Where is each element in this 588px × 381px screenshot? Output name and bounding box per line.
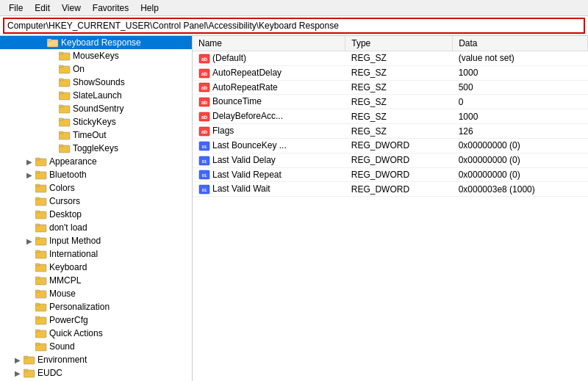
tree-item-environment[interactable]: ▶ Environment bbox=[0, 353, 192, 366]
tree-label-quickactions: Quick Actions bbox=[49, 328, 103, 338]
reg-data: 1000 bbox=[453, 65, 588, 80]
svg-rect-25 bbox=[35, 197, 40, 200]
tree-item-bluetooth[interactable]: ▶ Bluetooth bbox=[0, 168, 192, 181]
tree-label-colors: Colors bbox=[49, 183, 75, 193]
reg-type: REG_DWORD bbox=[345, 153, 453, 167]
tree-item-mmcpl[interactable]: MMCPL bbox=[0, 274, 192, 287]
registry-row[interactable]: 01 Last Valid RepeatREG_DWORD0x00000000 … bbox=[193, 167, 588, 182]
addressbar[interactable]: Computer\HKEY_CURRENT_USER\Control Panel… bbox=[3, 18, 585, 34]
addressbar-path: Computer\HKEY_CURRENT_USER\Control Panel… bbox=[7, 21, 581, 31]
tree-item-showsounds[interactable]: ShowSounds bbox=[0, 76, 192, 89]
col-name[interactable]: Name bbox=[193, 36, 345, 51]
svg-text:ab: ab bbox=[201, 85, 207, 90]
registry-row[interactable]: ab (Default)REG_SZ(value not set) bbox=[193, 51, 588, 66]
tree-label-desktop: Desktop bbox=[49, 209, 82, 219]
svg-text:ab: ab bbox=[201, 57, 207, 62]
tree-item-keyboard-response[interactable]: Keyboard Response bbox=[0, 36, 192, 49]
svg-rect-23 bbox=[35, 184, 40, 186]
tree-item-appearance[interactable]: ▶ Appearance bbox=[0, 155, 192, 168]
menu-help[interactable]: Help bbox=[135, 1, 165, 15]
svg-rect-5 bbox=[59, 65, 63, 68]
tree-item-desktop[interactable]: Desktop bbox=[0, 208, 192, 221]
tree-item-inputmethod[interactable]: ▶ Input Method bbox=[0, 234, 192, 247]
tree-item-keyboard[interactable]: Keyboard bbox=[0, 261, 192, 274]
svg-rect-51 bbox=[24, 369, 28, 371]
expand-arrow-inputmethod[interactable]: ▶ bbox=[24, 237, 35, 245]
tree-item-powercfg[interactable]: PowerCfg bbox=[0, 313, 192, 327]
tree-label-sound: Sound bbox=[49, 341, 75, 352]
registry-row[interactable]: ab AutoRepeatDelayREG_SZ1000 bbox=[193, 65, 588, 80]
reg-data: 0x000003e8 (1000) bbox=[453, 182, 588, 197]
reg-type: REG_SZ bbox=[345, 65, 453, 80]
tree-item-quickactions[interactable]: Quick Actions bbox=[0, 327, 192, 340]
registry-row[interactable]: 01 Last BounceKey ...REG_DWORD0x00000000… bbox=[193, 138, 588, 153]
tree-label-powercfg: PowerCfg bbox=[49, 315, 88, 325]
tree-label-mmcpl: MMCPL bbox=[49, 275, 81, 286]
reg-icon: 01 bbox=[198, 170, 210, 180]
folder-icon-eudc bbox=[24, 368, 35, 378]
reg-name: ab AutoRepeatRate bbox=[193, 80, 345, 95]
col-data[interactable]: Data bbox=[453, 36, 588, 51]
folder-icon-keyboard-response bbox=[47, 37, 59, 48]
registry-panel[interactable]: Name Type Data ab (Default)REG_SZ(value … bbox=[193, 36, 588, 381]
registry-header-row: Name Type Data bbox=[193, 36, 588, 51]
menu-edit[interactable]: Edit bbox=[29, 1, 56, 15]
menu-favorites[interactable]: Favorites bbox=[87, 1, 135, 15]
svg-rect-37 bbox=[35, 277, 40, 279]
tree-item-stickykeys[interactable]: StickyKeys bbox=[0, 115, 192, 128]
tree-label-bluetooth: Bluetooth bbox=[49, 170, 87, 180]
tree-item-colors[interactable]: Colors bbox=[0, 181, 192, 195]
svg-rect-27 bbox=[35, 211, 40, 213]
reg-icon: ab bbox=[198, 82, 210, 92]
tree-item-timeout[interactable]: TimeOut bbox=[0, 128, 192, 142]
menu-file[interactable]: File bbox=[3, 1, 29, 15]
folder-icon-mousekeys bbox=[59, 51, 71, 61]
tree-item-mousekeys[interactable]: MouseKeys bbox=[0, 49, 192, 62]
tree-item-sound[interactable]: Sound bbox=[0, 340, 192, 353]
expand-arrow-eudc[interactable]: ▶ bbox=[12, 369, 24, 377]
svg-rect-41 bbox=[35, 303, 40, 305]
tree-label-personalization: Personalization bbox=[49, 302, 110, 312]
tree-item-eudc[interactable]: ▶ EUDC bbox=[0, 366, 192, 380]
registry-row[interactable]: 01 Last Valid DelayREG_DWORD0x00000000 (… bbox=[193, 153, 588, 167]
tree-item-soundsentry[interactable]: SoundSentry bbox=[0, 102, 192, 115]
svg-text:01: 01 bbox=[202, 145, 207, 149]
col-type[interactable]: Type bbox=[345, 36, 453, 51]
tree-item-mouse[interactable]: Mouse bbox=[0, 287, 192, 300]
tree-item-cursors[interactable]: Cursors bbox=[0, 195, 192, 208]
svg-text:01: 01 bbox=[202, 173, 207, 178]
reg-data: 0x00000000 (0) bbox=[453, 138, 588, 153]
registry-row[interactable]: ab AutoRepeatRateREG_SZ500 bbox=[193, 80, 588, 95]
tree-item-international[interactable]: International bbox=[0, 247, 192, 261]
folder-icon-timeout bbox=[59, 130, 71, 140]
expand-arrow-bluetooth[interactable]: ▶ bbox=[24, 171, 35, 179]
registry-row[interactable]: ab BounceTimeREG_SZ0 bbox=[193, 95, 588, 109]
registry-row[interactable]: ab FlagsREG_SZ126 bbox=[193, 124, 588, 139]
tree-item-personalization[interactable]: Personalization bbox=[0, 300, 192, 313]
svg-rect-19 bbox=[35, 158, 40, 160]
expand-arrow-appearance[interactable]: ▶ bbox=[24, 158, 35, 166]
tree-label-environment: Environment bbox=[37, 355, 87, 365]
reg-type: REG_DWORD bbox=[345, 138, 453, 153]
svg-text:ab: ab bbox=[201, 129, 207, 134]
tree-item-togglekeys[interactable]: ToggleKeys bbox=[0, 142, 192, 155]
reg-type: REG_SZ bbox=[345, 109, 453, 124]
svg-rect-35 bbox=[35, 264, 40, 266]
tree-item-dontload[interactable]: don't load bbox=[0, 221, 192, 234]
reg-data: 1000 bbox=[453, 109, 588, 124]
folder-icon-desktop bbox=[35, 209, 47, 219]
folder-icon-appearance bbox=[35, 156, 47, 167]
tree-panel[interactable]: Keyboard Response MouseKeys On ShowSound… bbox=[0, 36, 193, 381]
registry-row[interactable]: ab DelayBeforeAcc...REG_SZ1000 bbox=[193, 109, 588, 124]
registry-row[interactable]: 01 Last Valid WaitREG_DWORD0x000003e8 (1… bbox=[193, 182, 588, 197]
tree-item-on[interactable]: On bbox=[0, 62, 192, 76]
svg-rect-15 bbox=[59, 131, 63, 134]
menu-view[interactable]: View bbox=[56, 1, 87, 15]
reg-icon: ab bbox=[198, 97, 210, 107]
tree-item-slatelaunch[interactable]: SlateLaunch bbox=[0, 89, 192, 102]
reg-type: REG_SZ bbox=[345, 51, 453, 66]
svg-rect-31 bbox=[35, 237, 40, 239]
folder-icon-cursors bbox=[35, 196, 47, 206]
expand-arrow-environment[interactable]: ▶ bbox=[12, 356, 24, 364]
reg-data: 500 bbox=[453, 80, 588, 95]
